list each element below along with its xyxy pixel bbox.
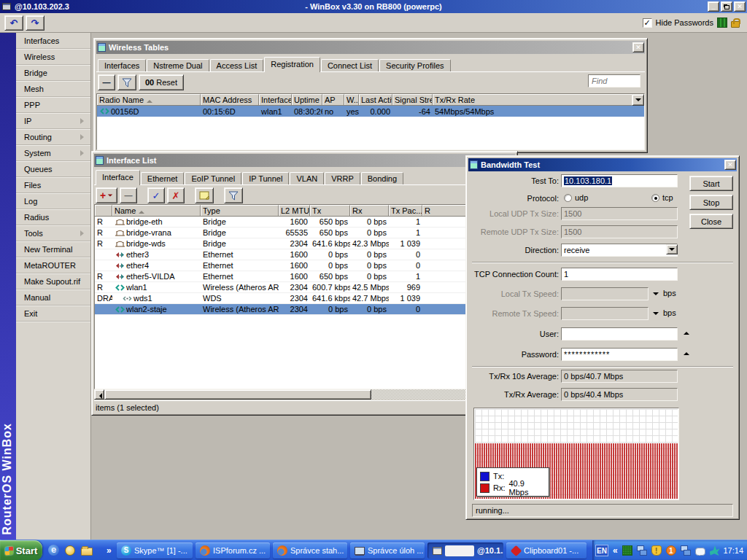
task-button-4[interactable]: Správce úloh ... (350, 542, 425, 559)
shield-icon[interactable]: ! (651, 545, 662, 556)
add-button[interactable]: + (96, 187, 117, 203)
filter-button[interactable] (224, 187, 243, 203)
filter-button[interactable] (117, 74, 136, 90)
undo-button[interactable]: ↶ (4, 15, 23, 31)
tab-vrrp[interactable]: VRRP (325, 172, 360, 184)
tab-eoip-tunnel[interactable]: EoIP Tunnel (185, 172, 241, 184)
sidebar-item-bridge[interactable]: Bridge (16, 65, 90, 81)
redo-button[interactable]: ↷ (26, 15, 44, 31)
remove-button[interactable]: — (98, 74, 115, 90)
interface-row-ether3[interactable]: ether3Ethernet16000 bps0 bps0 (95, 249, 514, 260)
interface-row-ether4[interactable]: ether4Ethernet16000 bps0 bps0 (95, 260, 514, 271)
scrollbar-thumb[interactable] (104, 389, 371, 400)
reset-button[interactable]: 00 Reset (139, 74, 184, 90)
chevron-down-icon[interactable] (653, 312, 659, 315)
arrow-up-icon[interactable] (684, 352, 689, 355)
language-indicator[interactable]: EN (595, 545, 608, 556)
wireless-tables-titlebar[interactable]: Wireless Tables ✕ (96, 41, 645, 54)
sidebar-item-radius[interactable]: Radius (16, 209, 90, 225)
tab-security-profiles[interactable]: Security Profiles (379, 59, 450, 71)
bird-icon[interactable] (710, 545, 720, 556)
wireless-tables-close-icon[interactable]: ✕ (632, 42, 644, 52)
interface-row-wlan2-staje[interactable]: wlan2-stajeWireless (Atheros AR5...23040… (95, 304, 514, 315)
task-button-1[interactable]: SSkype™ [1] -... (117, 542, 193, 559)
tab-ip-tunnel[interactable]: IP Tunnel (242, 172, 289, 184)
tab-ethernet[interactable]: Ethernet (141, 172, 185, 184)
network-icon[interactable] (637, 545, 647, 556)
sidebar-item-wireless[interactable]: Wireless (16, 49, 90, 65)
task-button-2[interactable]: ISPforum.cz ... (196, 542, 270, 559)
sidebar-item-metarouter[interactable]: MetaROUTER (16, 257, 90, 273)
scroll-left-button[interactable] (94, 389, 104, 400)
sidebar-item-interfaces[interactable]: Interfaces (16, 33, 90, 49)
disable-button[interactable]: ✗ (167, 187, 185, 203)
sidebar-item-make-supout-rif[interactable]: Make Supout.rif (16, 273, 90, 289)
messenger-icon[interactable] (695, 548, 705, 556)
registration-row[interactable]: 00156D00:15:6Dwlan108:30:26noyes0.000-64… (97, 106, 644, 117)
interface-row-wds1[interactable]: DRAwds1WDS2304641.6 kbps42.7 Mbps1 039 (95, 293, 514, 304)
interface-row-ether5-VILDA[interactable]: Rether5-VILDAEthernet1600650 bps0 bps1 (95, 271, 514, 282)
direction-select[interactable]: receive (561, 244, 678, 257)
minimize-button[interactable]: _ (708, 1, 719, 12)
test-to-input[interactable]: 10.103.180.1 (561, 174, 678, 187)
bandwidth-test-titlebar[interactable]: Bandwidth Test ✕ (468, 158, 737, 171)
column-header[interactable]: Signal Strengt... (392, 94, 433, 106)
ie-icon[interactable]: e (48, 545, 59, 556)
network-icon[interactable] (681, 545, 691, 556)
sidebar-item-ppp[interactable]: PPP (16, 97, 90, 113)
start-button[interactable]: Start (0, 540, 42, 560)
task-button-6[interactable]: Clipboard01 -... (506, 542, 587, 559)
column-header[interactable]: L2 MTU (279, 205, 310, 217)
column-header[interactable]: Name (112, 205, 201, 217)
tab-nstreme-dual[interactable]: Nstreme Dual (147, 59, 209, 71)
interface-row-bridge-vrana[interactable]: Rbridge-vranaBridge65535650 bps0 bps1 (95, 228, 514, 238)
arrow-up-icon[interactable] (684, 332, 689, 335)
user-input[interactable] (561, 327, 678, 341)
column-select-button[interactable] (632, 94, 644, 106)
column-header[interactable]: MAC Address (201, 94, 259, 106)
sidebar-item-system[interactable]: System (16, 145, 90, 161)
sidebar-item-manual[interactable]: Manual (16, 289, 90, 306)
traffic-grid-icon[interactable] (622, 545, 632, 556)
close-button[interactable]: ✕ (734, 1, 746, 12)
horizontal-scrollbar[interactable] (94, 389, 515, 400)
sidebar-item-routing[interactable]: Routing (16, 129, 90, 145)
start-button[interactable]: Start (689, 176, 733, 191)
sidebar-item-ip[interactable]: IP (16, 113, 90, 129)
find-input[interactable] (588, 74, 640, 88)
protocol-tcp-radio[interactable]: tcp (651, 193, 673, 202)
column-header[interactable]: Tx/Rx Rate (433, 94, 644, 106)
overflow-chevron[interactable]: » (107, 545, 112, 556)
tab-bonding[interactable]: Bonding (361, 172, 403, 184)
sidebar-item-tools[interactable]: Tools (16, 225, 90, 241)
bandwidth-test-close-icon[interactable]: ✕ (724, 160, 736, 170)
tab-interface[interactable]: Interface (96, 170, 140, 185)
comment-button[interactable] (195, 187, 214, 203)
task-button-3[interactable]: Správce stah... (273, 542, 347, 559)
update-badge-icon[interactable]: 1 (666, 545, 676, 556)
column-header[interactable]: Rx (350, 205, 389, 217)
column-header[interactable]: Radio Name (97, 94, 201, 106)
column-header[interactable]: Interface (259, 94, 292, 106)
remove-button[interactable]: — (120, 187, 137, 203)
tab-access-list[interactable]: Access List (210, 59, 264, 71)
sidebar-item-log[interactable]: Log (16, 193, 90, 209)
interface-row-wlan1[interactable]: Rwlan1Wireless (Atheros AR5...2304600.7 … (95, 282, 514, 293)
enable-button[interactable]: ✓ (147, 187, 165, 203)
tray-chevron[interactable]: « (613, 545, 618, 556)
tab-interfaces[interactable]: Interfaces (98, 59, 146, 71)
flags-column-header[interactable] (95, 205, 112, 217)
chevron-down-icon[interactable] (653, 292, 659, 295)
interface-row-bridge-wds[interactable]: Rbridge-wdsBridge2304641.6 kbps42.3 Mbps… (95, 238, 514, 249)
column-header[interactable]: Tx (310, 205, 350, 217)
sidebar-item-exit[interactable]: Exit (16, 306, 90, 322)
direction-dropdown-button[interactable] (666, 244, 678, 254)
sidebar-item-mesh[interactable]: Mesh (16, 81, 90, 97)
folder-icon[interactable] (81, 548, 93, 556)
stop-button[interactable]: Stop (689, 195, 733, 210)
restore-button[interactable] (721, 1, 732, 12)
tcp-connection-count-input[interactable]: 1 (561, 268, 678, 281)
close-button[interactable]: Close (689, 214, 733, 229)
hide-passwords-checkbox[interactable]: ✓ (643, 18, 652, 28)
sidebar-item-files[interactable]: Files (16, 177, 90, 193)
